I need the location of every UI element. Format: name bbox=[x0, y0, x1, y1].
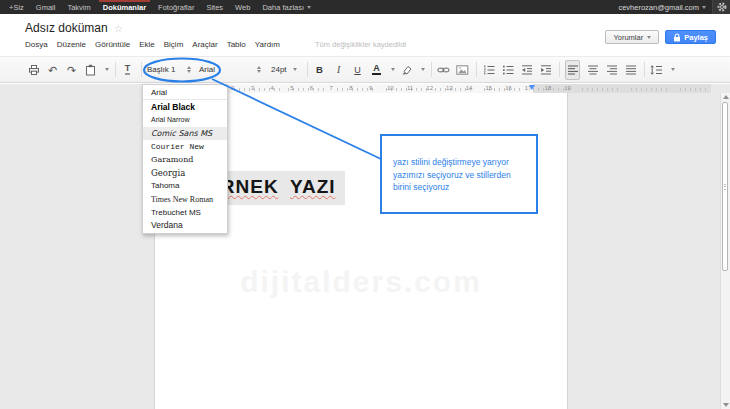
ruler-number: 3 bbox=[247, 85, 257, 91]
google-bar: +Siz Gmail Takvim Dokümanlar Fotoğraflar… bbox=[0, 0, 730, 14]
font-option-courier-new[interactable]: Courier New bbox=[143, 140, 227, 153]
topbar-more-label: Daha fazlası bbox=[262, 3, 304, 12]
account-menu[interactable]: cevherozan@gmail.com bbox=[612, 0, 712, 14]
numbered-list-icon bbox=[483, 64, 495, 76]
share-button[interactable]: Paylaş bbox=[665, 30, 716, 44]
font-option-verdana[interactable]: Verdana bbox=[143, 219, 227, 232]
comments-button[interactable]: Yorumlar bbox=[605, 30, 659, 44]
paint-format-button[interactable]: T bbox=[121, 61, 134, 79]
line-spacing-button[interactable] bbox=[650, 61, 663, 79]
print-button[interactable] bbox=[27, 61, 40, 79]
vertical-scrollbar[interactable] bbox=[720, 93, 730, 409]
font-option-arial[interactable]: Arial bbox=[143, 86, 227, 100]
italic-button[interactable]: I bbox=[332, 61, 345, 79]
star-icon[interactable]: ☆ bbox=[114, 23, 123, 34]
gear-icon bbox=[717, 2, 727, 12]
google-docs-window: +Siz Gmail Takvim Dokümanlar Fotoğraflar… bbox=[0, 0, 730, 409]
chevron-down-icon[interactable] bbox=[105, 68, 109, 71]
font-dropdown-menu: Arial Arial Black Arial Narrow Comic San… bbox=[142, 84, 228, 234]
redo-button[interactable]: ↷ bbox=[65, 61, 78, 79]
highlight-color-button[interactable] bbox=[400, 61, 413, 79]
ruler-number: 14 bbox=[464, 85, 474, 91]
font-option-arial-black[interactable]: Arial Black bbox=[143, 100, 227, 113]
page-title[interactable]: Adsız doküman bbox=[25, 21, 108, 35]
indent-button[interactable] bbox=[539, 61, 552, 79]
settings-gear-button[interactable] bbox=[712, 0, 730, 14]
topbar-link-photos[interactable]: Fotoğraflar bbox=[152, 0, 200, 14]
chevron-down-icon bbox=[307, 6, 311, 9]
topbar-link-more[interactable]: Daha fazlası bbox=[256, 0, 317, 14]
chevron-down-icon[interactable] bbox=[391, 68, 395, 71]
font-option-arial-narrow[interactable]: Arial Narrow bbox=[143, 113, 227, 126]
ruler[interactable]: 12345678910111213141516171819 bbox=[0, 84, 730, 93]
toolbar-separator bbox=[559, 62, 560, 77]
share-label: Paylaş bbox=[684, 33, 708, 42]
underline-button[interactable]: U bbox=[351, 61, 364, 79]
updown-arrows-icon bbox=[257, 66, 261, 74]
menu-tools[interactable]: Araçlar bbox=[192, 40, 217, 49]
font-option-trebuchet-ms[interactable]: Trebuchet MS bbox=[143, 206, 227, 219]
text-color-button[interactable]: A bbox=[370, 61, 383, 79]
toolbar-separator bbox=[431, 62, 432, 77]
menu-help[interactable]: Yardım bbox=[255, 40, 280, 49]
font-option-times-new-roman[interactable]: Times New Roman bbox=[143, 193, 227, 206]
topbar-link-web[interactable]: Web bbox=[229, 0, 256, 14]
menu-insert[interactable]: Ekle bbox=[139, 40, 155, 49]
undo-icon: ↶ bbox=[48, 61, 57, 79]
annotation-callout: yazı stilini değiştirmeye yarıyor yazımı… bbox=[380, 134, 538, 214]
chevron-down-icon[interactable] bbox=[421, 68, 425, 71]
topbar-link-plus-you[interactable]: +Siz bbox=[3, 0, 30, 14]
topbar-link-documents[interactable]: Dokümanlar bbox=[97, 0, 152, 14]
right-indent-marker[interactable] bbox=[529, 85, 535, 90]
toolbar: ↶ ↷ T Başlık 1 Arial 24pt B I U A bbox=[0, 56, 730, 83]
menu-file[interactable]: Dosya bbox=[25, 40, 48, 49]
annotation-text: yazı stilini değiştirmeye yarıyor yazımı… bbox=[382, 136, 536, 194]
menu-format[interactable]: Biçim bbox=[164, 40, 184, 49]
clipboard-icon bbox=[85, 64, 96, 76]
topbar-link-gmail[interactable]: Gmail bbox=[30, 0, 62, 14]
font-option-georgia[interactable]: Georgia bbox=[143, 166, 227, 179]
font-selector[interactable]: Arial bbox=[199, 65, 261, 74]
redo-icon: ↷ bbox=[67, 61, 76, 79]
align-center-button[interactable] bbox=[586, 61, 599, 79]
font-option-tahoma[interactable]: Tahoma bbox=[143, 179, 227, 192]
underline-icon: U bbox=[354, 65, 361, 75]
ruler-number: 18 bbox=[543, 85, 553, 91]
topbar-link-sites[interactable]: Sites bbox=[200, 0, 229, 14]
ruler-number: 4 bbox=[267, 85, 277, 91]
ruler-number: 2 bbox=[228, 85, 238, 91]
updown-arrows-icon bbox=[187, 66, 191, 74]
chevron-down-icon[interactable] bbox=[671, 68, 675, 71]
insert-image-button[interactable] bbox=[456, 61, 469, 79]
undo-button[interactable]: ↶ bbox=[46, 61, 59, 79]
toolbar-separator bbox=[115, 62, 116, 77]
comments-label: Yorumlar bbox=[613, 33, 643, 42]
topbar-link-calendar[interactable]: Takvim bbox=[61, 0, 96, 14]
scroll-down-arrow-icon[interactable] bbox=[723, 403, 729, 407]
bold-button[interactable]: B bbox=[313, 61, 326, 79]
numbered-list-button[interactable] bbox=[482, 61, 495, 79]
font-size-selector[interactable]: 24pt bbox=[271, 65, 297, 74]
outdent-button[interactable] bbox=[520, 61, 533, 79]
justify-button[interactable] bbox=[624, 61, 637, 79]
styles-selector[interactable]: Başlık 1 bbox=[147, 65, 191, 74]
lock-icon bbox=[673, 33, 681, 42]
font-option-comic-sans[interactable]: Comic Sans MS bbox=[143, 127, 227, 140]
menu-edit[interactable]: Düzenle bbox=[57, 40, 86, 49]
menu-view[interactable]: Görüntüle bbox=[95, 40, 130, 49]
font-option-garamond[interactable]: Garamond bbox=[143, 153, 227, 166]
insert-link-button[interactable] bbox=[437, 61, 450, 79]
menu-table[interactable]: Tablo bbox=[227, 40, 246, 49]
paint-format-icon: T bbox=[125, 64, 131, 75]
web-clipboard-button[interactable] bbox=[84, 61, 97, 79]
align-left-button[interactable] bbox=[565, 60, 580, 80]
font-value: Arial bbox=[199, 65, 215, 74]
ruler-number: 8 bbox=[346, 85, 356, 91]
image-icon bbox=[456, 64, 469, 76]
scroll-up-arrow-icon[interactable] bbox=[723, 95, 729, 99]
align-right-button[interactable] bbox=[605, 61, 618, 79]
scrollbar-thumb[interactable] bbox=[722, 102, 728, 271]
bulleted-list-button[interactable] bbox=[501, 61, 514, 79]
topbar-right: cevherozan@gmail.com bbox=[612, 0, 730, 14]
toolbar-separator bbox=[141, 62, 142, 77]
